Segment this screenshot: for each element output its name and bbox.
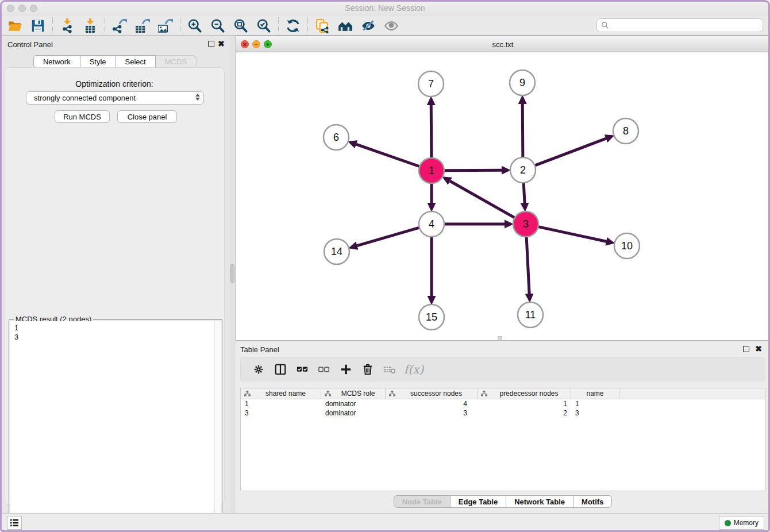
- zoom-selected-icon[interactable]: [252, 17, 275, 34]
- export-table-icon[interactable]: [131, 17, 154, 34]
- table-cell: dominator: [321, 408, 386, 418]
- tab-network[interactable]: Network: [33, 55, 80, 68]
- tab-motifs[interactable]: Motifs: [573, 495, 612, 508]
- svg-text:15: 15: [426, 311, 437, 323]
- column-header-predecessor-nodes[interactable]: predecessor nodes: [478, 388, 571, 399]
- edge-3-11[interactable]: [526, 237, 529, 294]
- edge-2-3[interactable]: [523, 183, 525, 203]
- svg-text:11: 11: [525, 309, 536, 321]
- node-4[interactable]: 4: [419, 211, 444, 237]
- optimization-criterion-label: Optimization criterion:: [5, 79, 224, 88]
- hide-view-icon[interactable]: [357, 17, 380, 34]
- column-header-shared-name[interactable]: shared name: [241, 388, 321, 399]
- edge-1-6[interactable]: [356, 144, 419, 167]
- node-8[interactable]: 8: [613, 118, 638, 144]
- node-6[interactable]: 6: [324, 125, 349, 150]
- float-panel-icon[interactable]: [208, 41, 214, 47]
- table-cell: 4: [386, 399, 478, 408]
- window-title: Session: New Session: [0, 3, 770, 13]
- tab-network-table[interactable]: Network Table: [506, 495, 573, 508]
- selected-criterion: strongly connected component: [34, 94, 136, 102]
- network-canvas[interactable]: 7968124314101511: [236, 52, 769, 340]
- column-header-successor-nodes[interactable]: successor nodes: [386, 388, 478, 399]
- delete-table-icon[interactable]: [379, 361, 401, 378]
- control-panel-title: Control Panel: [7, 40, 53, 49]
- search-input[interactable]: [609, 21, 763, 29]
- toolbar-separator: [180, 17, 180, 34]
- window-resize-handle[interactable]: [498, 336, 502, 340]
- node-11[interactable]: 11: [518, 302, 543, 327]
- search-box[interactable]: [596, 18, 763, 32]
- select-all-icon[interactable]: [291, 361, 313, 378]
- columns-icon[interactable]: [270, 361, 291, 378]
- network-view-window: ✕ − + scc.txt 7968124314101511: [236, 36, 770, 341]
- import-network-icon[interactable]: [56, 17, 79, 34]
- export-network-icon[interactable]: [108, 17, 131, 34]
- tab-mcds[interactable]: MCDS: [156, 55, 197, 68]
- result-scrollbar[interactable]: [214, 321, 221, 532]
- open-session-icon[interactable]: [3, 17, 26, 34]
- svg-text:8: 8: [623, 125, 629, 137]
- settings-icon[interactable]: [248, 361, 270, 378]
- zoom-out-icon[interactable]: [206, 17, 229, 34]
- network-graph[interactable]: 7968124314101511: [236, 52, 769, 340]
- tab-select[interactable]: Select: [116, 55, 156, 68]
- function-builder-icon[interactable]: f(x): [404, 363, 424, 376]
- edge-2-8[interactable]: [535, 138, 606, 165]
- edge-1-2[interactable]: [444, 170, 502, 171]
- divider-scroll-thumb[interactable]: [230, 264, 234, 283]
- edge-2-9[interactable]: [522, 104, 523, 157]
- optimization-criterion-select[interactable]: strongly connected component: [26, 91, 204, 105]
- edge-4-14[interactable]: [357, 228, 419, 246]
- node-15[interactable]: 15: [419, 304, 444, 330]
- node-9[interactable]: 9: [510, 70, 535, 95]
- delete-row-icon[interactable]: [357, 361, 379, 378]
- task-history-button[interactable]: [7, 516, 22, 530]
- tab-node-table[interactable]: Node Table: [394, 495, 451, 508]
- export-image-icon[interactable]: [154, 17, 177, 34]
- table-row[interactable]: 1dominator411: [241, 399, 765, 408]
- zoom-fit-icon[interactable]: [229, 17, 252, 34]
- node-2[interactable]: 2: [510, 157, 536, 183]
- table-cell: 3: [241, 408, 321, 418]
- import-table-icon[interactable]: [79, 17, 102, 34]
- column-header-name[interactable]: name: [571, 388, 619, 399]
- node-7[interactable]: 7: [418, 71, 444, 97]
- edge-3-1[interactable]: [450, 181, 515, 218]
- node-14[interactable]: 14: [324, 239, 349, 264]
- memory-status-icon: [725, 520, 731, 526]
- save-session-icon[interactable]: [26, 17, 49, 34]
- main-toolbar: [0, 16, 770, 36]
- node-3[interactable]: 3: [513, 211, 538, 237]
- svg-text:1: 1: [429, 165, 434, 176]
- edge-1-7[interactable]: [431, 105, 432, 158]
- tab-style[interactable]: Style: [80, 55, 116, 68]
- toolbar-separator: [307, 17, 308, 34]
- show-view-icon[interactable]: [380, 17, 403, 34]
- run-mcds-button[interactable]: Run MCDS: [55, 110, 110, 123]
- clone-network-icon[interactable]: [311, 17, 334, 34]
- deselect-all-icon[interactable]: [313, 361, 335, 378]
- home-view-icon[interactable]: [334, 17, 357, 34]
- edge-3-10[interactable]: [538, 227, 606, 242]
- close-table-panel-icon[interactable]: ✖: [755, 344, 762, 353]
- float-table-panel-icon[interactable]: [743, 346, 749, 352]
- node-1[interactable]: 1: [419, 158, 444, 183]
- svg-text:7: 7: [428, 78, 434, 90]
- mcds-result-list[interactable]: 1 3: [10, 321, 221, 532]
- column-header-MCDS-role[interactable]: MCDS role: [321, 388, 386, 399]
- table-row[interactable]: 3dominator323: [241, 408, 765, 418]
- tab-edge-table[interactable]: Edge Table: [451, 495, 506, 508]
- zoom-in-icon[interactable]: [183, 17, 206, 34]
- close-panel-icon[interactable]: ✖: [218, 39, 225, 48]
- memory-button[interactable]: Memory: [719, 516, 764, 530]
- add-row-icon[interactable]: [335, 361, 357, 378]
- table-cell: 1: [241, 399, 321, 408]
- panel-divider[interactable]: [230, 36, 236, 513]
- node-10[interactable]: 10: [614, 233, 640, 259]
- refresh-icon[interactable]: [282, 17, 305, 34]
- close-panel-button[interactable]: Close panel: [117, 110, 177, 123]
- network-window-titlebar[interactable]: ✕ − + scc.txt: [236, 36, 769, 52]
- main-titlebar: Session: New Session: [0, 0, 770, 16]
- table-toolbar: f(x): [240, 357, 765, 381]
